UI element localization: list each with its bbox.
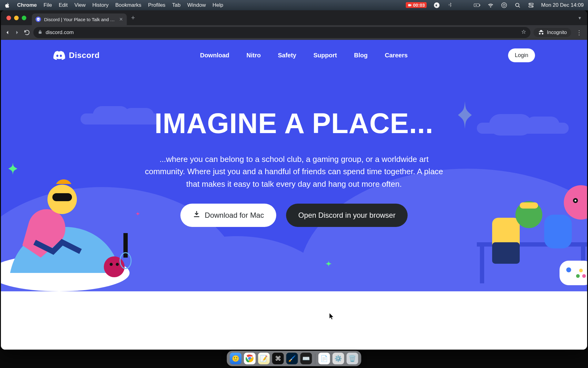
wifi-icon[interactable] xyxy=(487,2,494,9)
dock-app-vscode[interactable]: ⌨️ xyxy=(300,353,312,364)
svg-rect-2 xyxy=(480,4,480,6)
tab-title: Discord | Your Place to Talk and Hang Ou… xyxy=(44,17,116,22)
screen-recording-indicator[interactable]: 00:03 xyxy=(406,2,427,8)
nav-download[interactable]: Download xyxy=(200,52,229,59)
nav-back-button[interactable] xyxy=(4,29,11,36)
svg-rect-25 xyxy=(544,215,572,248)
tab-overflow-icon[interactable]: ▾ xyxy=(576,15,583,21)
svg-point-14 xyxy=(110,263,113,266)
tab-favicon-icon xyxy=(36,17,41,22)
browser-toolbar: discord.com Incognito ⋮ xyxy=(1,25,587,40)
dock-app-finder[interactable]: 🙂 xyxy=(230,353,242,364)
recording-timer: 00:03 xyxy=(413,2,425,8)
nav-reload-button[interactable] xyxy=(24,29,30,36)
site-nav: Discord Download Nitro Safety Support Bl… xyxy=(1,40,587,71)
window-close-button[interactable] xyxy=(6,16,11,20)
download-icon xyxy=(193,210,201,220)
lock-icon xyxy=(38,29,43,36)
new-tab-button[interactable]: + xyxy=(127,14,139,22)
window-minimize-button[interactable] xyxy=(14,16,19,20)
tab-strip: Discord | Your Place to Talk and Hang Ou… xyxy=(1,10,587,25)
menu-help[interactable]: Help xyxy=(213,2,223,8)
nav-forward-button[interactable] xyxy=(14,29,21,36)
hero-section: Discord Download Nitro Safety Support Bl… xyxy=(1,40,587,291)
svg-point-31 xyxy=(582,274,586,278)
svg-point-9 xyxy=(532,6,533,7)
menubar-app-name[interactable]: Chrome xyxy=(17,2,37,8)
hero-body: ...where you can belong to a school club… xyxy=(133,153,455,190)
window-zoom-button[interactable] xyxy=(22,16,26,20)
window-controls xyxy=(6,16,26,20)
sparkle-icon xyxy=(457,101,473,129)
svg-point-3 xyxy=(502,2,507,8)
nav-support[interactable]: Support xyxy=(313,52,337,59)
spotlight-icon[interactable] xyxy=(514,2,521,9)
login-button[interactable]: Login xyxy=(508,48,535,62)
hero-copy: IMAGINE A PLACE... ...where you can belo… xyxy=(133,107,455,227)
menubar-clock[interactable]: Mon 20 Dec 14:09 xyxy=(541,2,584,8)
brand-logo[interactable]: Discord xyxy=(53,51,100,60)
tab-close-icon[interactable]: ✕ xyxy=(119,17,123,22)
svg-rect-19 xyxy=(480,247,484,283)
macos-menubar: Chrome File Edit View History Bookmarks … xyxy=(0,0,588,10)
menu-tab[interactable]: Tab xyxy=(172,2,180,8)
svg-point-5 xyxy=(516,3,519,6)
menu-view[interactable]: View xyxy=(74,2,86,8)
menu-bookmarks[interactable]: Bookmarks xyxy=(115,2,141,8)
svg-point-33 xyxy=(579,269,583,272)
dock-app-chrome[interactable] xyxy=(244,353,256,364)
menu-window[interactable]: Window xyxy=(187,2,206,8)
apple-menu-icon[interactable] xyxy=(4,2,10,8)
dock: 🙂 📝 ⌘ 🖌️ ⌨️ 📄 ⚙️ 🗑️ xyxy=(227,351,361,366)
svg-rect-24 xyxy=(520,202,538,209)
browser-tab[interactable]: Discord | Your Place to Talk and Hang Ou… xyxy=(32,13,127,25)
dock-app-photoshop[interactable]: 🖌️ xyxy=(286,353,298,364)
svg-rect-29 xyxy=(560,261,587,285)
nav-nitro[interactable]: Nitro xyxy=(247,52,261,59)
battery-icon[interactable] xyxy=(474,2,481,9)
download-button[interactable]: Download for Mac xyxy=(180,204,276,227)
dock-item-textedit[interactable]: 📄 xyxy=(318,353,330,364)
dock-app-terminal[interactable]: ⌘ xyxy=(272,353,284,364)
dock-item-trash[interactable]: 🗑️ xyxy=(347,353,358,364)
browser-menu-icon[interactable]: ⋮ xyxy=(574,29,584,36)
keyboard-brightness-icon[interactable] xyxy=(460,2,467,9)
page-viewport[interactable]: Discord Download Nitro Safety Support Bl… xyxy=(1,40,587,350)
incognito-label: Incognito xyxy=(547,30,567,35)
menu-history[interactable]: History xyxy=(92,2,108,8)
download-label: Download for Mac xyxy=(205,211,264,220)
menu-edit[interactable]: Edit xyxy=(59,2,68,8)
dock-separator xyxy=(315,354,315,364)
svg-rect-12 xyxy=(52,193,72,201)
address-bar[interactable]: discord.com xyxy=(33,27,530,38)
svg-point-28 xyxy=(575,200,576,201)
bluetooth-icon[interactable] xyxy=(447,2,454,9)
nav-safety[interactable]: Safety xyxy=(278,52,296,59)
svg-rect-22 xyxy=(492,242,520,264)
control-center-icon[interactable] xyxy=(528,2,534,9)
nav-blog[interactable]: Blog xyxy=(354,52,368,59)
menu-profiles[interactable]: Profiles xyxy=(148,2,165,8)
hero-illustration-right xyxy=(452,163,587,291)
quick-action-icon[interactable] xyxy=(433,2,440,9)
focus-icon[interactable] xyxy=(501,2,507,9)
sparkle-icon xyxy=(326,261,332,267)
open-in-browser-button[interactable]: Open Discord in your browser xyxy=(286,204,408,227)
below-hero-section xyxy=(1,291,587,350)
nav-careers[interactable]: Careers xyxy=(385,52,408,59)
menu-file[interactable]: File xyxy=(43,2,52,8)
dock-app-notes[interactable]: 📝 xyxy=(258,353,270,364)
svg-point-8 xyxy=(530,3,530,4)
incognito-indicator[interactable]: Incognito xyxy=(533,28,571,37)
brand-wordmark: Discord xyxy=(69,51,100,60)
svg-rect-16 xyxy=(123,233,128,258)
dock-item-system-preferences[interactable]: ⚙️ xyxy=(333,353,344,364)
svg-point-32 xyxy=(576,274,580,278)
url-text: discord.com xyxy=(46,29,518,36)
bookmark-star-icon[interactable] xyxy=(521,29,526,36)
hero-illustration-left xyxy=(1,163,136,291)
chrome-window: Discord | Your Place to Talk and Hang Ou… xyxy=(1,10,587,350)
svg-point-4 xyxy=(503,4,505,6)
hero-headline: IMAGINE A PLACE... xyxy=(133,107,455,140)
nav-links: Download Nitro Safety Support Blog Caree… xyxy=(100,52,508,59)
